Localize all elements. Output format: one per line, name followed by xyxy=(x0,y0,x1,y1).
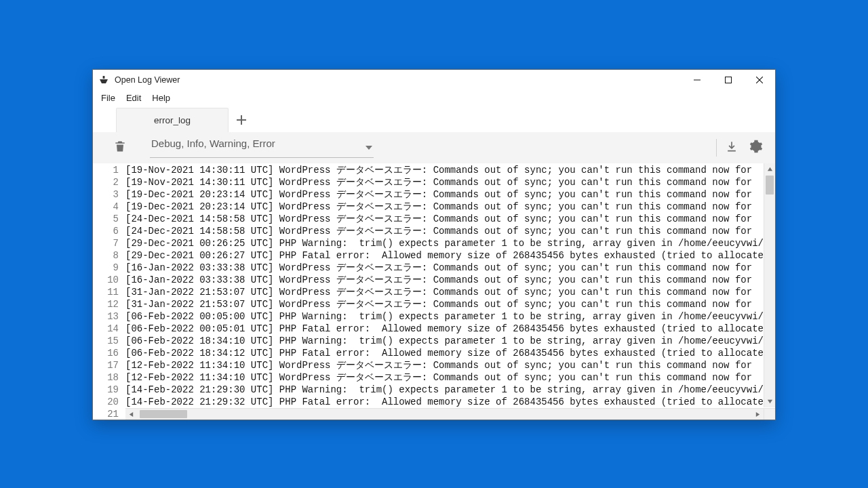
log-line: [06-Feb-2022 18:34:10 UTC] PHP Warning: … xyxy=(125,335,775,347)
tabstrip: error_log xyxy=(93,106,775,132)
chevron-down-icon xyxy=(366,142,372,153)
line-number-gutter: 123456789101112131415161718192021 xyxy=(93,163,125,420)
line-number: 8 xyxy=(93,249,119,262)
menu-help[interactable]: Help xyxy=(146,92,176,104)
vscroll-thumb[interactable] xyxy=(766,176,774,195)
tab-active[interactable]: error_log xyxy=(116,108,229,132)
log-lines: [19-Nov-2021 14:30:11 UTC] WordPress データ… xyxy=(125,163,775,420)
trash-icon xyxy=(113,140,127,156)
scroll-down-button[interactable] xyxy=(764,396,776,407)
log-line: [29-Dec-2021 00:26:25 UTC] PHP Warning: … xyxy=(125,237,775,249)
log-line: [24-Dec-2021 14:58:58 UTC] WordPress データ… xyxy=(125,213,775,225)
gear-icon xyxy=(749,140,763,156)
level-filter-dropdown[interactable]: Debug, Info, Warning, Error xyxy=(150,138,374,158)
hscroll-thumb[interactable] xyxy=(140,410,187,418)
log-line: [16-Jan-2022 03:33:38 UTC] WordPress データ… xyxy=(125,274,775,286)
window-title: Open Log Viewer xyxy=(115,75,180,85)
log-line: [16-Jan-2022 03:33:38 UTC] WordPress データ… xyxy=(125,262,775,274)
toolbar: Debug, Info, Warning, Error xyxy=(93,132,775,163)
log-view[interactable]: 123456789101112131415161718192021 [19-No… xyxy=(93,163,775,420)
app-icon xyxy=(98,75,109,85)
line-number: 18 xyxy=(93,371,119,384)
line-number: 6 xyxy=(93,225,119,237)
log-line: [19-Dec-2021 20:23:14 UTC] WordPress データ… xyxy=(125,201,775,213)
line-number: 4 xyxy=(93,201,119,213)
line-number: 17 xyxy=(93,359,119,371)
settings-button[interactable] xyxy=(744,136,768,160)
menu-file[interactable]: File xyxy=(96,92,121,104)
line-number: 13 xyxy=(93,310,119,323)
scrollbar-corner xyxy=(764,408,775,420)
scroll-up-button[interactable] xyxy=(764,163,776,175)
line-number: 10 xyxy=(93,274,119,286)
new-tab-button[interactable] xyxy=(229,108,254,132)
log-line: [19-Dec-2021 20:23:14 UTC] WordPress データ… xyxy=(125,188,775,201)
log-line: [12-Feb-2022 11:34:10 UTC] WordPress データ… xyxy=(125,371,775,384)
log-line: [19-Nov-2021 14:30:11 UTC] WordPress データ… xyxy=(125,164,775,176)
line-number: 20 xyxy=(93,396,119,408)
line-number: 15 xyxy=(93,335,119,347)
log-line: [06-Feb-2022 18:34:12 UTC] PHP Fatal err… xyxy=(125,347,775,359)
vertical-scrollbar[interactable] xyxy=(764,163,775,407)
window-maximize-button[interactable] xyxy=(713,70,744,90)
log-line: [14-Feb-2022 21:29:32 UTC] PHP Fatal err… xyxy=(125,396,775,408)
line-number: 5 xyxy=(93,213,119,225)
hscroll-track[interactable] xyxy=(137,409,752,420)
log-line: [19-Nov-2021 14:30:11 UTC] WordPress データ… xyxy=(125,176,775,188)
svg-rect-0 xyxy=(103,76,105,79)
horizontal-scrollbar[interactable] xyxy=(125,408,764,420)
log-line: [06-Feb-2022 00:05:01 UTC] PHP Fatal err… xyxy=(125,323,775,335)
line-number: 12 xyxy=(93,298,119,310)
log-line: [14-Feb-2022 21:29:30 UTC] PHP Warning: … xyxy=(125,384,775,396)
line-number: 11 xyxy=(93,286,119,298)
line-number: 9 xyxy=(93,262,119,274)
toolbar-divider xyxy=(716,139,717,157)
scroll-right-button[interactable] xyxy=(752,409,764,420)
log-line: [24-Dec-2021 14:58:58 UTC] WordPress データ… xyxy=(125,225,775,237)
line-number: 16 xyxy=(93,347,119,359)
window-close-button[interactable] xyxy=(744,70,775,90)
tab-label: error_log xyxy=(154,115,191,125)
menubar: File Edit Help xyxy=(93,90,775,106)
app-window: Open Log Viewer File Edit Help error_log xyxy=(92,69,776,420)
line-number: 3 xyxy=(93,188,119,201)
level-filter-label: Debug, Info, Warning, Error xyxy=(151,138,275,149)
svg-rect-2 xyxy=(726,77,732,83)
menu-edit[interactable]: Edit xyxy=(121,92,146,104)
scroll-left-button[interactable] xyxy=(125,409,137,420)
svg-rect-1 xyxy=(694,80,701,81)
log-line: [29-Dec-2021 00:26:27 UTC] PHP Fatal err… xyxy=(125,249,775,262)
line-number: 19 xyxy=(93,384,119,396)
line-number: 2 xyxy=(93,176,119,188)
line-number: 7 xyxy=(93,237,119,249)
scroll-to-bottom-button[interactable] xyxy=(719,136,744,160)
line-number: 21 xyxy=(93,408,119,420)
download-icon xyxy=(725,140,738,156)
window-minimize-button[interactable] xyxy=(682,70,713,90)
vscroll-track[interactable] xyxy=(764,175,775,396)
log-line: [06-Feb-2022 00:05:00 UTC] PHP Warning: … xyxy=(125,310,775,323)
line-number: 14 xyxy=(93,323,119,335)
line-number: 1 xyxy=(93,164,119,176)
log-line: [31-Jan-2022 21:53:07 UTC] WordPress データ… xyxy=(125,298,775,310)
clear-log-button[interactable] xyxy=(108,136,132,160)
titlebar[interactable]: Open Log Viewer xyxy=(93,70,775,90)
log-line: [12-Feb-2022 11:34:10 UTC] WordPress データ… xyxy=(125,359,775,371)
log-line: [31-Jan-2022 21:53:07 UTC] WordPress データ… xyxy=(125,286,775,298)
